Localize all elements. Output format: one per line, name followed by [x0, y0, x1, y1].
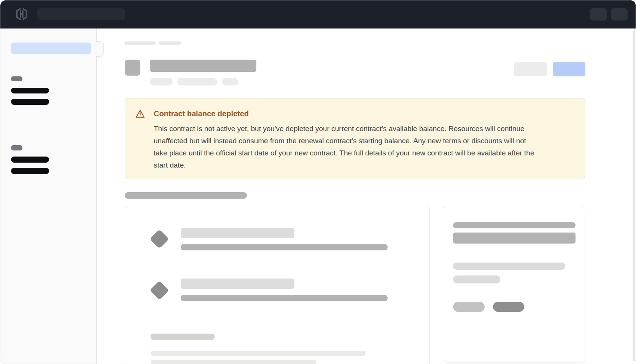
global-search-input[interactable] — [37, 8, 125, 20]
card-footer-line-skeleton — [151, 360, 316, 364]
contract-list-card — [125, 206, 430, 364]
sidebar-item[interactable] — [11, 99, 49, 105]
tag-skeleton — [150, 78, 173, 85]
navbar-account-button[interactable] — [611, 8, 628, 21]
alert-body: This contract is not active yet, but you… — [154, 123, 536, 171]
contract-warning-alert: Contract balance depleted This contract … — [125, 98, 585, 179]
sidebar-collapse-handle[interactable] — [96, 41, 104, 57]
section-heading-skeleton — [125, 192, 247, 199]
list-item-line-skeleton — [181, 295, 388, 301]
summary-card — [443, 206, 585, 362]
list-item-title-skeleton — [181, 279, 294, 289]
sidebar-group-label — [11, 76, 22, 81]
tag-skeleton — [222, 78, 238, 85]
secondary-button-skeleton[interactable] — [514, 62, 547, 76]
breadcrumb-skeleton — [159, 41, 181, 45]
main-content: Contract balance depleted This contract … — [97, 28, 636, 364]
card-footer-line-skeleton — [151, 351, 366, 356]
sidebar-item[interactable] — [11, 88, 49, 93]
page-icon-skeleton — [125, 60, 140, 76]
diamond-icon — [150, 229, 169, 249]
sidebar-group-label — [11, 145, 22, 150]
hashicorp-logo-icon — [15, 7, 29, 21]
top-navbar — [0, 0, 636, 28]
alert-header: Contract balance depleted — [135, 108, 569, 119]
card-footer-label-skeleton — [151, 334, 215, 340]
breadcrumb-skeleton — [124, 41, 156, 45]
diamond-icon — [150, 281, 169, 300]
list-item-title-skeleton — [181, 228, 294, 238]
summary-line-skeleton — [453, 233, 576, 244]
sidebar-item[interactable] — [11, 157, 49, 163]
summary-primary-button-skeleton[interactable] — [493, 302, 524, 312]
navbar-help-button[interactable] — [590, 8, 607, 21]
scrollbar[interactable] — [633, 30, 635, 361]
sidebar — [0, 28, 97, 364]
summary-secondary-button-skeleton[interactable] — [453, 302, 485, 312]
alert-triangle-icon — [135, 109, 145, 118]
alert-title: Contract balance depleted — [154, 108, 249, 119]
tag-skeleton — [177, 78, 217, 85]
sidebar-active-item[interactable] — [11, 43, 91, 54]
page-title-skeleton — [150, 60, 256, 72]
sidebar-item[interactable] — [11, 168, 49, 174]
summary-line-skeleton — [453, 275, 500, 283]
primary-button-skeleton[interactable] — [553, 62, 585, 76]
summary-line-skeleton — [453, 263, 565, 270]
summary-line-skeleton — [453, 222, 576, 228]
list-item-line-skeleton — [181, 244, 388, 250]
app-window: Contract balance depleted This contract … — [0, 0, 636, 364]
